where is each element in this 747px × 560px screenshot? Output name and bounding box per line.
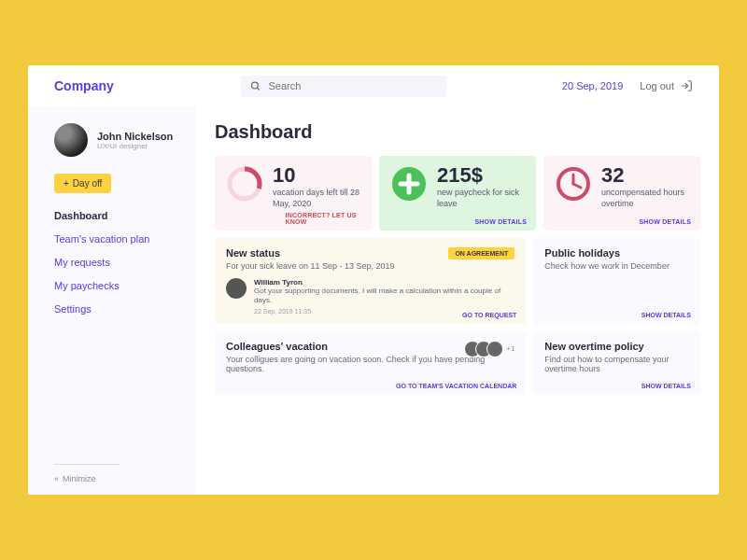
search-icon [250, 80, 261, 92]
overtime-card: 32 uncompensated hours overtime SHOW DET… [543, 156, 700, 231]
logout-button[interactable]: Log out [640, 79, 693, 92]
overtime-label: uncompensated hours overtime [601, 188, 689, 209]
policy-title: New overtime policy [544, 341, 689, 352]
nav: Dashboard Team's vacation plan My reques… [54, 210, 177, 315]
nav-dashboard[interactable]: Dashboard [54, 210, 177, 221]
profile-role: UX/UI designer [97, 142, 173, 150]
clock-icon [555, 165, 592, 203]
new-status-card: New status For your sick leave on 11 Sep… [215, 238, 526, 324]
plus-circle-icon [390, 165, 428, 203]
overtime-text: 32 uncompensated hours overtime [601, 165, 689, 221]
body: John Nickelson UX/UI designer + Day off … [28, 106, 719, 495]
logout-label: Log out [640, 80, 674, 91]
search-container[interactable] [241, 76, 446, 97]
minimize-label: Minimize [63, 474, 96, 483]
holidays-details-link[interactable]: SHOW DETAILS [641, 312, 691, 318]
stats-row: 10 vacation days left till 28 May, 2020 … [215, 156, 700, 231]
comment-text: Got your supporting documents. I will ma… [254, 287, 514, 306]
row-3: Colleagues' vacation Your colligues are … [215, 331, 700, 395]
overtime-value: 32 [601, 165, 689, 186]
holidays-sub: Check how we work in December [544, 261, 689, 271]
row-2: New status For your sick leave on 11 Sep… [215, 238, 700, 324]
paycheck-card: 215$ new paycheck for sick leave SHOW DE… [379, 156, 536, 231]
chevron-left-icon: « [54, 474, 59, 483]
profile[interactable]: John Nickelson UX/UI designer [54, 123, 177, 157]
svg-line-1 [257, 87, 259, 89]
profile-text: John Nickelson UX/UI designer [97, 131, 173, 150]
go-to-request-link[interactable]: GO TO REQUEST [462, 312, 516, 318]
vacation-value: 10 [273, 165, 360, 186]
minimize-button[interactable]: « Minimize [54, 474, 177, 483]
paycheck-details-link[interactable]: SHOW DETAILS [474, 218, 527, 225]
paycheck-text: 215$ new paycheck for sick leave [437, 165, 525, 221]
main-content: Dashboard 10 vacation days left till 28 … [196, 106, 719, 495]
profile-name: John Nickelson [97, 131, 173, 142]
logout-icon [680, 79, 693, 92]
colleague-avatar [486, 341, 503, 357]
avatar [54, 123, 88, 157]
vacation-calendar-link[interactable]: GO TO TEAM'S VACATION CALENDAR [396, 383, 516, 389]
svg-point-0 [251, 82, 258, 89]
paycheck-value: 215$ [437, 165, 525, 186]
ring-chart-icon [226, 165, 263, 203]
colleagues-vacation-card: Colleagues' vacation Your colligues are … [215, 331, 526, 395]
page-title: Dashboard [215, 121, 700, 143]
svg-line-10 [573, 184, 581, 188]
comment-body: William Tyron Got your supporting docume… [254, 278, 514, 315]
plus-icon: + [63, 178, 69, 189]
comment-avatar [226, 278, 247, 299]
overtime-policy-card: New overtime policy Find out how to comp… [533, 331, 700, 395]
current-date: 20 Sep, 2019 [562, 80, 623, 91]
colleagues-sub: Your colligues are going on vacation soo… [226, 355, 514, 373]
public-holidays-card: Public holidays Check how we work in Dec… [533, 238, 700, 324]
vacation-days-card: 10 vacation days left till 28 May, 2020 … [215, 156, 372, 231]
sidebar: John Nickelson UX/UI designer + Day off … [28, 106, 196, 495]
vacation-incorrect-link[interactable]: INCORRECT? LET US KNOW [286, 212, 372, 225]
nav-my-requests[interactable]: My requests [54, 257, 177, 268]
colleague-more: +1 [506, 344, 514, 353]
status-comment: William Tyron Got your supporting docume… [226, 278, 514, 315]
paycheck-label: new paycheck for sick leave [437, 188, 525, 209]
policy-sub: Find out how to compensate your overtime… [544, 355, 689, 373]
topbar-right: 20 Sep, 2019 Log out [562, 79, 693, 92]
nav-team-vacation[interactable]: Team's vacation plan [54, 233, 177, 245]
topbar: Company 20 Sep, 2019 Log out [28, 65, 719, 106]
day-off-button[interactable]: + Day off [54, 174, 111, 193]
app-window: Company 20 Sep, 2019 Log out John Nickel… [28, 65, 719, 495]
policy-details-link[interactable]: SHOW DETAILS [641, 383, 691, 389]
brand-logo[interactable]: Company [54, 78, 114, 93]
status-badge: ON AGREEMENT [448, 247, 514, 259]
nav-settings[interactable]: Settings [54, 303, 177, 315]
status-sub: For your sick leave on 11 Sep - 13 Sep, … [226, 261, 514, 271]
nav-my-paychecks[interactable]: My paychecks [54, 280, 177, 291]
sidebar-divider [54, 464, 120, 465]
vacation-label: vacation days left till 28 May, 2020 [273, 188, 360, 209]
comment-name: William Tyron [254, 278, 514, 287]
colleague-avatars: +1 [464, 341, 514, 357]
overtime-details-link[interactable]: SHOW DETAILS [639, 218, 691, 225]
holidays-title: Public holidays [544, 247, 689, 259]
day-off-label: Day off [73, 178, 103, 189]
search-input[interactable] [269, 80, 437, 91]
